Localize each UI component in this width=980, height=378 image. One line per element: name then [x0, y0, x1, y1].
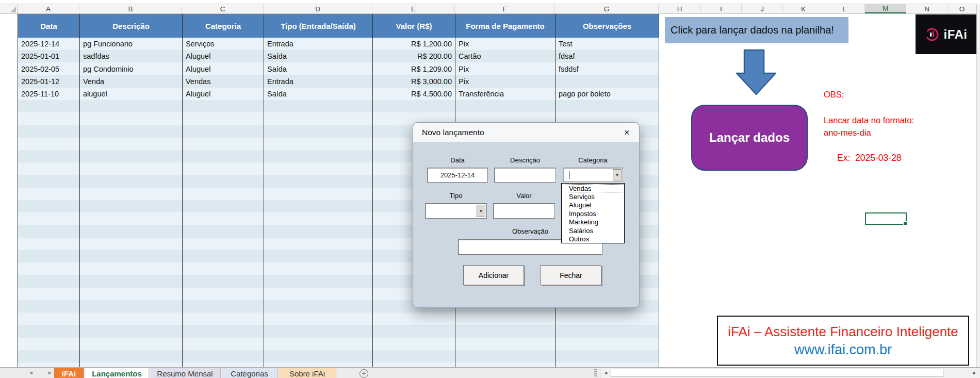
cell[interactable]: pg Condominio	[80, 62, 182, 75]
cell[interactable]: 2025-02-05	[18, 62, 79, 75]
column-header-B[interactable]: B	[79, 4, 182, 13]
cell[interactable]: R$ 3,000.00	[373, 75, 455, 88]
grid-row-band	[18, 363, 659, 367]
sheet-tab-3[interactable]: Categorias	[222, 368, 277, 378]
cell[interactable]: R$ 200.00	[373, 50, 455, 62]
data-label: Data	[427, 156, 488, 164]
column-header-K[interactable]: K	[783, 4, 824, 13]
horizontal-scrollbar[interactable]: ◄ ►	[600, 367, 980, 378]
category-option[interactable]: Serviços	[562, 192, 624, 201]
cell[interactable]: Cartão	[455, 50, 555, 62]
cell[interactable]: Saída	[264, 88, 372, 100]
cell[interactable]: 2025-11-10	[18, 88, 79, 100]
selected-cell[interactable]	[865, 212, 907, 225]
column-header-F[interactable]: F	[455, 4, 555, 13]
cell[interactable]: pg Funcionario	[80, 38, 182, 50]
tab-scroll-right-icon[interactable]: ►	[47, 370, 53, 375]
cell[interactable]: Test	[556, 38, 659, 50]
category-option[interactable]: Outros	[562, 235, 624, 243]
logo-text: iFAi	[943, 27, 967, 42]
category-option[interactable]: Vendas	[562, 184, 624, 192]
sheet-tab-4[interactable]: Sobre iFAi	[279, 368, 336, 378]
add-button[interactable]: Adicionar	[463, 265, 524, 285]
sheet-tab-0[interactable]: iFAi	[54, 368, 84, 378]
down-arrow-shape	[734, 49, 778, 96]
cell[interactable]: 2025-12-14	[18, 38, 79, 50]
cell[interactable]: R$ 4,500.00	[373, 88, 455, 100]
splitter-grip[interactable]	[594, 369, 597, 376]
chevron-down-icon[interactable]: ▼	[477, 205, 485, 217]
cell[interactable]: Entrada	[264, 75, 372, 88]
cell[interactable]: Pix	[455, 38, 555, 50]
cell[interactable]: Pix	[455, 62, 555, 75]
cell[interactable]	[556, 75, 659, 88]
column-header-C[interactable]: C	[182, 4, 264, 13]
grid-row-band	[18, 350, 659, 363]
valor-input[interactable]	[493, 203, 555, 219]
cell[interactable]: Saída	[264, 62, 372, 75]
data-input[interactable]: 2025-12-14	[427, 168, 488, 183]
category-option[interactable]: Impostos	[562, 209, 624, 218]
cell[interactable]: 2025-01-12	[18, 75, 79, 88]
cell[interactable]: Pix	[455, 75, 555, 88]
sheet-tab-1[interactable]: Lançamentos	[85, 368, 149, 378]
ifai-logo: iFAi	[916, 14, 976, 54]
grid-row-band	[18, 313, 659, 325]
categoria-label: Categoria	[563, 156, 623, 164]
tipo-combobox[interactable]: ▼	[425, 203, 487, 219]
column-header-A[interactable]: A	[18, 4, 79, 13]
close-icon[interactable]: ✕	[621, 127, 632, 138]
cell[interactable]: pago por boleto	[556, 88, 659, 100]
column-header-L[interactable]: L	[824, 4, 865, 13]
column-header-J[interactable]: J	[742, 4, 783, 13]
cell[interactable]: Aluguel	[183, 50, 264, 62]
cell[interactable]: aluguel	[80, 88, 182, 100]
table-header-cell: Forma de Pagamento	[455, 14, 555, 38]
category-option[interactable]: Salários	[562, 226, 624, 235]
cell[interactable]: R$ 1,209.00	[373, 62, 455, 75]
categoria-combobox[interactable]: ▼	[563, 168, 623, 182]
column-header-strip: ABCDEFGHIJKLMNO	[0, 4, 976, 14]
category-option[interactable]: Marketing	[562, 218, 624, 226]
select-all-corner[interactable]	[0, 4, 18, 13]
vertical-scrollbar[interactable]	[976, 4, 980, 367]
scroll-right-icon[interactable]: ►	[972, 370, 977, 375]
cell[interactable]: Venda	[80, 75, 182, 88]
cell[interactable]: sadfdas	[80, 50, 182, 62]
cell[interactable]: Vendas	[183, 75, 264, 88]
sheet-tab-2[interactable]: Resumo Mensal	[150, 368, 221, 378]
cell[interactable]: fsddsf	[556, 62, 659, 75]
column-header-H[interactable]: H	[659, 4, 701, 13]
column-header-N[interactable]: N	[906, 4, 948, 13]
obs-line1: Lancar data no formato:	[824, 116, 914, 125]
cell[interactable]: R$ 1,200.00	[373, 38, 455, 50]
spreadsheet-app: ABCDEFGHIJKLMNO 123456789101112131415161…	[0, 0, 980, 378]
new-sheet-icon[interactable]: +	[360, 369, 368, 378]
descricao-input[interactable]	[494, 168, 556, 183]
category-option[interactable]: Aluguel	[562, 201, 624, 209]
column-header-M[interactable]: M	[865, 4, 906, 13]
column-header-E[interactable]: E	[372, 4, 455, 13]
footer-url[interactable]: www.ifai.com.br	[794, 342, 892, 358]
close-button[interactable]: Fechar	[541, 265, 601, 285]
cell[interactable]: Saída	[264, 50, 372, 62]
cell[interactable]: 2025-01-01	[18, 50, 79, 62]
cell[interactable]: Entrada	[264, 38, 372, 50]
horizontal-scroll-thumb[interactable]	[611, 369, 943, 377]
fill-handle[interactable]	[903, 221, 907, 225]
cell[interactable]: Transferência	[455, 88, 555, 100]
grid-row-band	[18, 100, 659, 112]
column-header-I[interactable]: I	[701, 4, 742, 13]
cell[interactable]: fdsaf	[556, 50, 659, 62]
launch-data-button[interactable]: Lançar dados	[691, 105, 808, 171]
column-header-O[interactable]: O	[948, 4, 976, 13]
cell[interactable]: Aluguel	[183, 88, 264, 100]
column-header-D[interactable]: D	[264, 4, 372, 13]
column-header-G[interactable]: G	[555, 4, 659, 13]
chevron-down-icon[interactable]: ▼	[613, 169, 622, 180]
tab-scroll-left-icon[interactable]: ◄	[28, 370, 34, 375]
click-banner[interactable]: Click para lançar dados na planilha!	[665, 17, 848, 43]
scroll-left-icon[interactable]: ◄	[603, 370, 608, 375]
cell[interactable]: Aluguel	[183, 62, 264, 75]
cell[interactable]: Serviços	[183, 38, 264, 50]
